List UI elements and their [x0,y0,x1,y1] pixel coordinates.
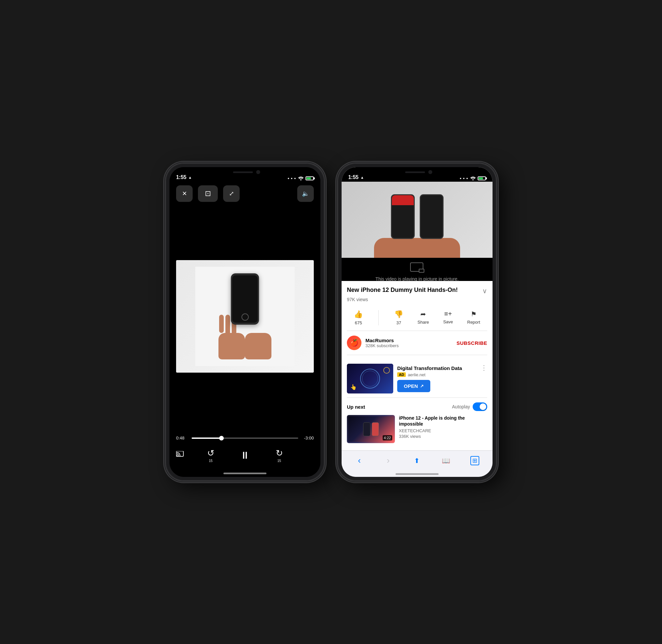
like-count: 675 [355,320,362,325]
skip-forward-label: 15 [277,459,281,463]
wifi-icon [298,176,303,180]
status-icons: ● ● ● [288,176,314,180]
player-top-controls: ✕ ⊡ ⤢ 🔈 [176,185,314,202]
video-info-section: New iPhone 12 Dummy Unit Hands-On! ∨ 97K… [342,281,493,450]
right-location-icon: ▲ [361,176,364,179]
skip-back-button[interactable]: ↺ 15 [207,448,214,463]
tabs-icon: ⊞ [470,456,479,465]
share-label: Share [417,320,429,325]
progress-track[interactable] [192,437,298,439]
right-scrollable-content[interactable]: This video is playing in picture in pict… [342,182,493,452]
video-player: 1:55 ▲ ● ● ● [169,167,320,477]
home-indicator[interactable] [223,473,267,474]
pip-video-frame [342,182,493,258]
up-next-section: Up next Autoplay [347,402,487,443]
book-icon: 📖 [442,457,450,465]
view-count: 97K views [347,297,487,302]
pip-video-area[interactable]: This video is playing in picture in pict… [342,182,493,281]
action-divider-1 [378,310,379,325]
skip-fwd-icon: ↻ [276,448,283,458]
ad-more-icon[interactable]: ⋮ [481,364,487,372]
cast-button[interactable] [176,451,185,460]
action-buttons-row: 👍 675 👎 37 ➦ Share [347,307,487,331]
right-wifi-icon [470,176,476,180]
cast-icon [176,451,185,458]
autoplay-label: Autoplay [452,404,470,409]
channel-avatar: 🍎 [347,336,362,350]
autoplay-toggle[interactable] [473,402,487,411]
channel-subscribers: 328K subscribers [365,343,456,348]
pip-screen-icon [410,262,424,272]
right-screen: 1:55 ▲ ● ● ● [342,167,493,477]
ad-card: 👆 Digital Transformation Data AD aerlie.… [347,360,487,398]
back-icon: ‹ [358,455,361,466]
share-toolbar-button[interactable]: ⬆ [410,454,424,467]
skip-back-label: 15 [209,459,212,463]
pip-icon-group [410,262,424,272]
report-button[interactable]: ⚑ Report [467,310,480,325]
save-icon: ≡+ [444,310,452,318]
channel-name[interactable]: MacRumors [365,338,456,343]
dislike-button[interactable]: 👎 37 [394,310,403,325]
video-visual [195,267,295,366]
browser-bottom-bar: ‹ › ⬆ 📖 ⊞ [342,451,493,477]
report-label: Report [467,320,480,325]
next-video-thumbnail: 4:22 [347,415,395,443]
right-home-indicator[interactable] [395,473,439,475]
skip-back-icon: ↺ [207,448,214,458]
dots-icon: ● ● ● [288,177,296,180]
expand-icon: ⤢ [229,190,234,197]
bottom-spacer [347,443,487,450]
tabs-button[interactable]: ⊞ [468,454,481,467]
ad-thumbnail: 👆 [347,364,393,393]
save-button[interactable]: ≡+ Save [443,310,453,325]
bookmarks-button[interactable]: 📖 [439,454,453,467]
ad-title: Digital Transformation Data [397,365,477,371]
ad-badge-row: AD aerlie.net [397,372,477,377]
progress-bar-container: 0:48 -3:00 [176,436,314,440]
pip-hands [374,238,460,258]
notch [220,167,270,177]
camera [256,170,260,174]
chevron-down-icon[interactable]: ∨ [482,287,487,295]
share-button[interactable]: ➦ Share [417,310,429,325]
right-speaker [405,171,425,173]
phones-container: 1:55 ▲ ● ● ● [165,163,497,481]
pause-button[interactable]: ⏸ [237,447,253,464]
next-video-card[interactable]: 4:22 iPhone 12 - Apple is doing the impo… [347,415,487,443]
speaker [233,171,253,173]
progress-thumb[interactable] [219,436,224,440]
dislike-count: 37 [396,320,401,325]
right-status-time: 1:55 [348,175,359,180]
subscribe-button[interactable]: SUBSCRIBE [456,340,487,346]
status-bar: 1:55 ▲ ● ● ● [169,167,320,182]
playback-controls: ↺ 15 ⏸ ↻ 15 [176,447,314,464]
location-icon: ▲ [188,176,192,179]
close-button[interactable]: ✕ [176,185,192,202]
volume-button[interactable]: 🔈 [297,185,314,202]
picture-in-picture-button[interactable]: ⊡ [198,185,218,202]
save-label: Save [443,319,453,324]
current-time: 0:48 [176,436,188,440]
forward-button[interactable]: › [382,454,395,467]
channel-row: 🍎 MacRumors 328K subscribers SUBSCRIBE [347,336,487,355]
right-iphone: 1:55 ▲ ● ● ● [338,163,497,481]
video-content [176,260,314,373]
status-time: 1:55 [176,175,186,180]
right-status-icons: ● ● ● [460,176,486,180]
back-button[interactable]: ‹ [353,454,366,467]
channel-info: MacRumors 328K subscribers [365,338,456,348]
expand-button[interactable]: ⤢ [223,185,239,202]
left-screen: 1:55 ▲ ● ● ● [169,167,320,477]
share-icon: ➦ [420,310,426,318]
right-camera [428,170,432,174]
open-ad-button[interactable]: OPEN ↗ [397,380,430,392]
skip-forward-button[interactable]: ↻ 15 [276,448,283,463]
right-battery-indicator [478,176,486,180]
remaining-time: -3:00 [302,436,314,440]
open-icon: ↗ [420,384,424,389]
like-button[interactable]: 👍 675 [354,310,363,325]
right-phone-content: 1:55 ▲ ● ● ● [342,167,493,477]
next-video-title: iPhone 12 - Apple is doing the impossibl… [399,415,487,427]
progress-fill [192,437,222,439]
